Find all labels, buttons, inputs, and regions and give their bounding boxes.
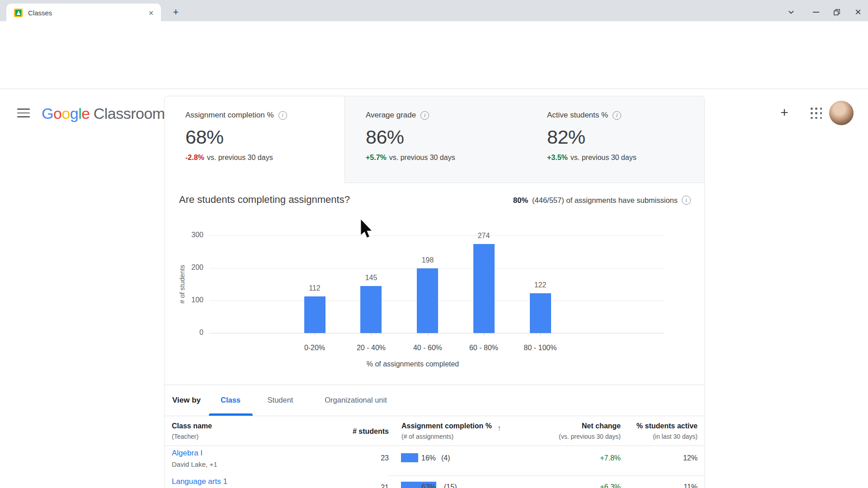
assignments-count: (4): [441, 454, 450, 462]
bar-value-label: 145: [353, 274, 389, 282]
x-category-label: 20 - 40%: [343, 344, 399, 352]
section-divider: [165, 416, 704, 416]
bar-value-label: 112: [297, 284, 333, 292]
row-divider: [389, 475, 704, 476]
x-tick-mark: [371, 333, 372, 336]
y-axis-title: # of students: [178, 239, 187, 329]
students-active-value: 11%: [607, 483, 698, 488]
x-axis-title: % of assignments completed: [345, 360, 481, 368]
view-by-label: View by: [172, 396, 201, 405]
x-category-label: 40 - 60%: [400, 344, 456, 352]
x-category-label: 60 - 80%: [456, 344, 512, 352]
col-subheader-assignments: (# of assignments): [401, 433, 453, 440]
x-tick-mark: [540, 333, 541, 336]
tab-organizational-unit[interactable]: Organizational unit: [311, 396, 401, 404]
completion-bar: [401, 453, 418, 462]
table-header-divider: [165, 446, 704, 446]
x-category-label: 0-20%: [287, 344, 343, 352]
x-tick-mark: [315, 333, 315, 336]
students-count: 21: [316, 483, 389, 488]
section-divider: [165, 385, 704, 385]
mouse-cursor: [360, 219, 375, 239]
completion-percent: 16%: [421, 454, 436, 462]
bar-value-label: 274: [466, 232, 502, 240]
chart-bar-0-20%: [304, 296, 326, 333]
sort-ascending-arrow-icon[interactable]: ↑: [497, 424, 501, 433]
col-subheader-students-active: (in last 30 days): [607, 433, 698, 440]
col-subheader-teacher: (Teacher): [172, 433, 198, 440]
col-header-class-name[interactable]: Class name: [172, 422, 212, 430]
col-header-assignment-completion[interactable]: Assignment completion %: [401, 422, 492, 430]
bar-value-label: 122: [522, 281, 558, 289]
students-active-value: 12%: [607, 454, 698, 462]
bar-value-label: 198: [410, 256, 446, 264]
chart-bar-40 - 60%: [417, 268, 438, 333]
bar-chart: 01002003001120-20%14520 - 40%19840 - 60%…: [0, 0, 868, 488]
gridline-300: [209, 235, 665, 236]
col-header-students[interactable]: # students: [316, 427, 389, 436]
x-tick-mark: [428, 333, 428, 336]
y-tick-label: 0: [167, 328, 203, 337]
x-category-label: 80 - 100%: [512, 344, 568, 352]
screen: Classes ✕ + ✕ clas: [0, 0, 868, 488]
active-tab-indicator: [209, 413, 253, 416]
completion-percent: 63%: [421, 483, 436, 488]
tab-class[interactable]: Class: [208, 396, 253, 404]
students-count: 23: [316, 454, 389, 462]
col-header-students-active[interactable]: % students active: [607, 422, 698, 430]
assignments-count: (15): [444, 483, 457, 488]
chart-bar-20 - 40%: [360, 286, 382, 333]
y-tick-label: 300: [167, 231, 203, 239]
chart-bar-80 - 100%: [530, 293, 551, 333]
class-link-language-arts[interactable]: Language arts 1: [172, 477, 227, 486]
teacher-name: David Lake, +1: [172, 460, 217, 468]
tab-student[interactable]: Student: [258, 396, 303, 404]
class-link-algebra[interactable]: Algebra I: [172, 449, 203, 458]
x-tick-mark: [484, 333, 484, 336]
gridline-0: [209, 333, 665, 333]
chart-bar-60 - 80%: [473, 244, 495, 333]
